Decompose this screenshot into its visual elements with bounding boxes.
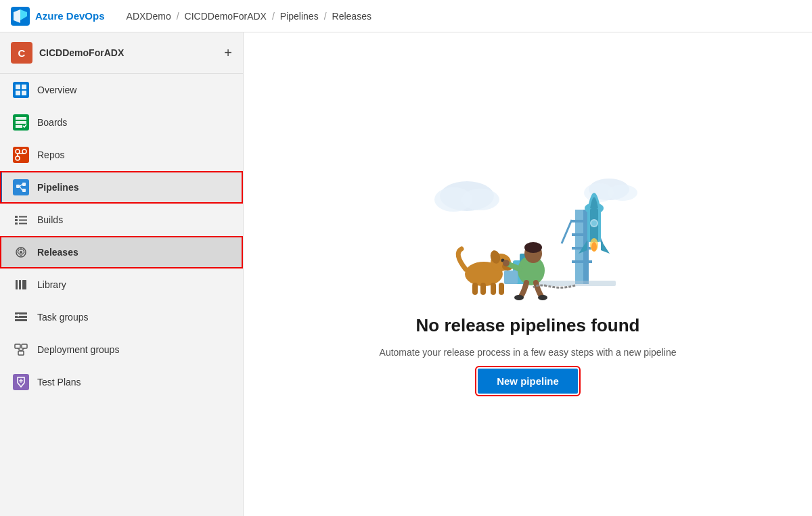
project-name: CICDDemoForADX: [39, 47, 124, 58]
library-icon: [13, 277, 29, 293]
sidebar-item-pipelines[interactable]: Pipelines: [0, 171, 243, 204]
sidebar-item-label-repos: Repos: [37, 149, 64, 160]
pipelines-icon: [13, 179, 29, 195]
breadcrumb-pipelines[interactable]: Pipelines: [280, 11, 319, 22]
azure-devops-logo-icon: [11, 7, 30, 26]
sidebar-item-label-overview: Overview: [37, 85, 76, 95]
empty-state: No release pipelines found Automate your…: [380, 156, 677, 394]
sidebar-item-boards[interactable]: Boards: [0, 106, 243, 139]
svg-line-55: [562, 220, 572, 243]
svg-rect-7: [16, 117, 26, 120]
sidebar: C CICDDemoForADX + Overview: [0, 32, 244, 516]
sidebar-item-label-builds: Builds: [37, 214, 63, 225]
sidebar-project-header: C CICDDemoForADX +: [0, 32, 243, 74]
sidebar-item-label-deploygroups: Deployment groups: [37, 344, 119, 355]
deploygroups-icon: [13, 342, 29, 358]
svg-rect-9: [16, 125, 22, 128]
svg-rect-67: [504, 271, 518, 284]
breadcrumb-sep-3: /: [324, 11, 327, 22]
svg-rect-6: [22, 91, 26, 95]
svg-rect-21: [15, 219, 18, 221]
taskgroups-icon: [13, 309, 29, 325]
svg-rect-22: [15, 222, 18, 225]
svg-point-81: [503, 260, 510, 266]
repos-icon: [13, 147, 29, 163]
svg-point-61: [591, 220, 597, 226]
svg-rect-16: [22, 183, 26, 186]
svg-rect-74: [472, 283, 478, 295]
breadcrumb-sep-2: /: [272, 11, 275, 22]
svg-rect-4: [22, 85, 26, 89]
svg-rect-34: [15, 319, 27, 321]
sidebar-item-label-pipelines: Pipelines: [37, 182, 78, 193]
logo-text: Azure DevOps: [35, 10, 105, 22]
sidebar-item-deploygroups[interactable]: Deployment groups: [0, 333, 243, 366]
empty-state-title: No release pipelines found: [416, 315, 640, 336]
add-project-button[interactable]: +: [224, 45, 232, 61]
svg-line-18: [20, 185, 22, 187]
svg-point-27: [20, 251, 22, 254]
svg-rect-76: [491, 283, 496, 295]
svg-rect-3: [16, 85, 20, 89]
breadcrumb-releases[interactable]: Releases: [332, 11, 371, 22]
logo-area[interactable]: Azure DevOps: [11, 7, 105, 26]
top-nav: Azure DevOps ADXDemo / CICDDemoForADX / …: [0, 0, 812, 32]
sidebar-item-label-library: Library: [37, 279, 66, 290]
svg-point-63: [591, 242, 597, 252]
sidebar-item-library[interactable]: Library: [0, 268, 243, 301]
empty-state-description: Automate your release process in a few e…: [380, 347, 677, 358]
sidebar-item-label-taskgroups: Task groups: [37, 312, 88, 323]
sidebar-item-label-releases: Releases: [37, 247, 78, 258]
svg-rect-30: [19, 280, 21, 289]
svg-point-10: [16, 149, 20, 154]
sidebar-item-builds[interactable]: Builds: [0, 204, 243, 236]
sidebar-item-label-boards: Boards: [37, 117, 67, 128]
testplans-icon: [13, 374, 29, 390]
boards-icon: [13, 114, 29, 131]
sidebar-item-testplans[interactable]: Test Plans: [0, 366, 243, 398]
sidebar-item-overview[interactable]: Overview: [0, 74, 243, 106]
svg-rect-75: [480, 283, 486, 295]
svg-rect-5: [16, 91, 20, 95]
main-content: No release pipelines found Automate your…: [244, 32, 812, 516]
sidebar-item-repos[interactable]: Repos: [0, 139, 243, 171]
releases-icon: [13, 244, 29, 260]
breadcrumb-cicddemoforadx[interactable]: CICDDemoForADX: [185, 11, 267, 22]
breadcrumb-sep-1: /: [177, 11, 179, 22]
svg-rect-31: [22, 280, 26, 289]
sidebar-item-taskgroups[interactable]: Task groups: [0, 301, 243, 333]
svg-rect-20: [15, 216, 18, 218]
illustration: [413, 156, 643, 304]
svg-rect-29: [16, 280, 18, 289]
svg-line-19: [20, 187, 22, 191]
breadcrumb: ADXDemo / CICDDemoForADX / Pipelines / R…: [127, 11, 371, 22]
sidebar-item-releases[interactable]: Releases: [0, 236, 243, 268]
svg-point-48: [608, 185, 637, 201]
project-left: C CICDDemoForADX: [11, 42, 124, 64]
new-pipeline-button[interactable]: New pipeline: [478, 369, 578, 394]
svg-rect-32: [15, 312, 27, 314]
svg-point-11: [16, 156, 20, 160]
svg-rect-77: [499, 283, 504, 295]
svg-point-80: [524, 242, 542, 253]
svg-rect-37: [22, 344, 27, 348]
main-layout: C CICDDemoForADX + Overview: [0, 32, 812, 516]
overview-icon: [13, 82, 29, 98]
svg-rect-17: [22, 189, 26, 192]
svg-rect-35: [18, 314, 19, 316]
svg-rect-8: [16, 121, 26, 124]
svg-rect-33: [15, 316, 27, 318]
sidebar-item-label-testplans: Test Plans: [37, 377, 81, 388]
svg-rect-38: [18, 351, 24, 355]
svg-point-12: [22, 149, 26, 154]
builds-icon: [13, 212, 29, 228]
svg-point-83: [538, 295, 547, 300]
breadcrumb-adxdemo[interactable]: ADXDemo: [127, 11, 171, 22]
svg-rect-36: [15, 344, 20, 348]
svg-point-45: [461, 189, 499, 210]
svg-point-82: [514, 295, 524, 300]
project-icon: C: [11, 42, 32, 64]
svg-rect-15: [16, 185, 20, 188]
svg-rect-54: [572, 260, 592, 263]
